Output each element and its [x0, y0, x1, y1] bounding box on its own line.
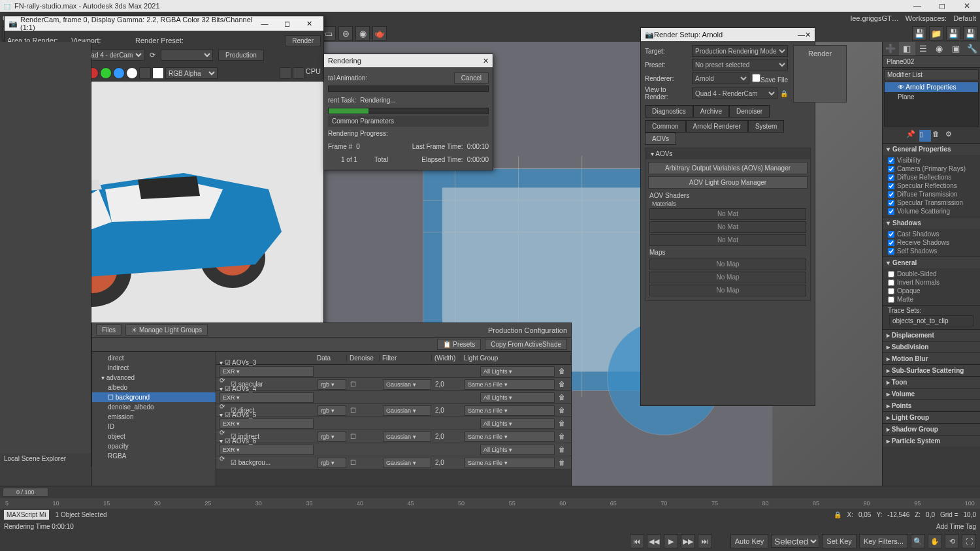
- production-dropdown[interactable]: Production: [218, 50, 264, 61]
- tree-item-emission[interactable]: emission: [92, 412, 216, 422]
- tree-item-object[interactable]: object: [92, 432, 216, 441]
- modifier-list-dropdown[interactable]: Modifier List: [884, 69, 979, 80]
- rf-blue-channel-icon[interactable]: [113, 67, 125, 79]
- cp-create-icon[interactable]: ➕: [883, 42, 899, 55]
- manage-light-groups-button[interactable]: ☀ Manage Light Groups: [125, 324, 208, 336]
- maxscript-listener[interactable]: MAXScript Mi: [4, 510, 49, 520]
- tool-save3-icon[interactable]: 💾: [963, 26, 977, 40]
- copy-from-activeshade-button[interactable]: Copy From ActiveShade: [485, 339, 567, 350]
- tree-item-direct[interactable]: direct: [92, 353, 216, 363]
- trace-sets-value[interactable]: objects_not_to_clip: [889, 315, 973, 326]
- transport-play-icon[interactable]: ▶: [664, 534, 678, 548]
- checkbox-opaque[interactable]: Opaque: [888, 287, 975, 295]
- aov-group-row[interactable]: ▾ ☑ AOVs_4 EXR ▾ ⟳ All Lights ▾ 🗑: [216, 391, 571, 404]
- tab-diagnostics[interactable]: Diagnostics: [645, 105, 693, 118]
- coord-x[interactable]: 0,05: [858, 511, 871, 518]
- rf-bucket-icon[interactable]: [293, 67, 304, 79]
- tree-item-advanced[interactable]: ▾ advanced: [92, 373, 216, 383]
- aov-group-row[interactable]: ▾ ☑ AOVs_5 EXR ▾ ⟳ All Lights ▾ 🗑: [216, 417, 571, 430]
- lock-icon[interactable]: 🔒: [780, 90, 788, 97]
- workspace-value[interactable]: Default: [953, 14, 976, 22]
- cp-modify-icon[interactable]: ◧: [899, 42, 915, 55]
- nav-orbit-icon[interactable]: ⟲: [945, 534, 959, 548]
- aov-tree[interactable]: direct indirect ▾ advanced albedo ☐ back…: [92, 352, 216, 490]
- ms-pin-icon[interactable]: 📌: [906, 130, 918, 142]
- checkbox-cast-shadows[interactable]: Cast Shadows: [888, 230, 975, 238]
- transport-prev-icon[interactable]: ◀◀: [647, 534, 661, 548]
- time-slider[interactable]: 0 / 100: [3, 488, 48, 497]
- tab-denoiser[interactable]: Denoiser: [729, 105, 770, 118]
- tree-item-id[interactable]: ID: [92, 422, 216, 432]
- tab-common[interactable]: Common: [645, 120, 686, 133]
- tool-render-icon[interactable]: ◉: [355, 26, 370, 40]
- tool-teapot-icon[interactable]: 🫖: [372, 26, 387, 40]
- rs-close-icon[interactable]: ✕: [805, 31, 811, 39]
- rf-minimize-icon[interactable]: —: [254, 17, 275, 30]
- scene-explorer-body[interactable]: [0, 42, 91, 453]
- tree-item-opacity[interactable]: opacity: [92, 441, 216, 451]
- rollout-subdivision[interactable]: ▸ Subdivision: [883, 341, 980, 353]
- refresh-icon[interactable]: ⟳: [150, 51, 155, 59]
- rollout-particle-system[interactable]: ▸ Particle System: [883, 435, 980, 447]
- modstack-plane[interactable]: Plane: [885, 92, 978, 102]
- rollout-sub-surface-scattering[interactable]: ▸ Sub-Surface Scattering: [883, 365, 980, 376]
- tree-item-background[interactable]: ☐ background: [92, 392, 216, 402]
- transport-start-icon[interactable]: ⏮: [630, 534, 644, 548]
- checkbox-matte[interactable]: Matte: [888, 295, 975, 304]
- keyfilters-button[interactable]: Key Filters...: [859, 534, 908, 548]
- rp-close-icon[interactable]: ✕: [483, 57, 489, 65]
- transport-next-icon[interactable]: ▶▶: [681, 534, 695, 548]
- ms-show-icon[interactable]: ▯: [919, 130, 931, 142]
- modstack-arnold-properties[interactable]: 👁 Arnold Properties: [885, 82, 978, 92]
- rf-alpha-channel-icon[interactable]: [126, 67, 138, 79]
- rendering-progress-titlebar[interactable]: Rendering ✕: [324, 54, 493, 67]
- aov-manager-button[interactable]: Arbitrary Output Variables (AOVs) Manage…: [648, 162, 808, 174]
- cp-display-icon[interactable]: ▣: [947, 42, 964, 55]
- lock-icon[interactable]: 🔒: [834, 511, 841, 518]
- tab-aovs[interactable]: AOVs: [645, 133, 676, 145]
- coord-z[interactable]: 0,0: [926, 511, 935, 518]
- rf-close-icon[interactable]: ✕: [299, 17, 319, 30]
- rf-maximize-icon[interactable]: ◻: [276, 17, 297, 30]
- rf-white-bg-icon[interactable]: [152, 67, 164, 79]
- app-minimize-icon[interactable]: —: [906, 0, 929, 12]
- checkbox-self-shadows[interactable]: Self Shadows: [888, 247, 975, 255]
- tree-item-rgba[interactable]: RGBA: [92, 451, 216, 461]
- rollout-general[interactable]: ▾ General: [883, 257, 980, 268]
- rs-minimize-icon[interactable]: —: [798, 31, 805, 39]
- nav-pan-icon[interactable]: ✋: [928, 534, 942, 548]
- view-dropdown[interactable]: Quad 4 - RenderCam: [692, 87, 777, 99]
- aov-light-group-manager-button[interactable]: AOV Light Group Manager: [648, 176, 808, 189]
- checkbox-receive-shadows[interactable]: Receive Shadows: [888, 238, 975, 247]
- tab-archive[interactable]: Archive: [693, 105, 729, 118]
- save-file-checkbox[interactable]: [752, 74, 760, 82]
- object-name-field[interactable]: Plane002: [883, 56, 980, 68]
- rollout-general-properties[interactable]: ▾ General Properties: [883, 144, 980, 155]
- user-label[interactable]: lee.griggsGT…: [851, 14, 899, 22]
- checkbox-double-sided[interactable]: Double-Sided: [888, 270, 975, 278]
- channel-dropdown[interactable]: RGB Alpha: [165, 67, 218, 79]
- aov-files-button[interactable]: Files: [96, 324, 122, 336]
- app-close-icon[interactable]: ✕: [955, 0, 979, 12]
- checkbox-invert-normals[interactable]: Invert Normals: [888, 278, 975, 287]
- tool-save2-icon[interactable]: 💾: [946, 26, 960, 40]
- tool-sphere-icon[interactable]: ⊚: [338, 26, 353, 40]
- rf-tweak-icon[interactable]: [280, 67, 291, 79]
- rollout-motion-blur[interactable]: ▸ Motion Blur: [883, 353, 980, 364]
- rf-mono-icon[interactable]: [139, 67, 151, 79]
- transport-end-icon[interactable]: ⏭: [698, 534, 712, 548]
- tree-item-denoise-albedo[interactable]: denoise_albedo: [92, 402, 216, 412]
- cp-motion-icon[interactable]: ◉: [931, 42, 947, 55]
- tab-system[interactable]: System: [748, 120, 784, 133]
- tool-open-icon[interactable]: 📁: [929, 26, 943, 40]
- coord-y[interactable]: -12,546: [887, 511, 909, 518]
- render-setup-render-button[interactable]: Render: [793, 45, 847, 102]
- tab-arnold-renderer[interactable]: Arnold Renderer: [686, 120, 748, 133]
- ms-del-icon[interactable]: 🗑: [932, 130, 944, 142]
- render-setup-titlebar[interactable]: 📷 Render Setup: Arnold — ✕: [641, 28, 815, 41]
- checkbox-specular-reflections[interactable]: Specular Reflections: [888, 181, 975, 190]
- setkey-button[interactable]: Set Key: [822, 534, 857, 548]
- modifier-stack[interactable]: 👁 Arnold Properties Plane: [884, 82, 979, 127]
- material-slot-1[interactable]: No Mat: [649, 208, 806, 220]
- frame-ruler[interactable]: 5101520253035404550556065707580859095100: [0, 498, 980, 509]
